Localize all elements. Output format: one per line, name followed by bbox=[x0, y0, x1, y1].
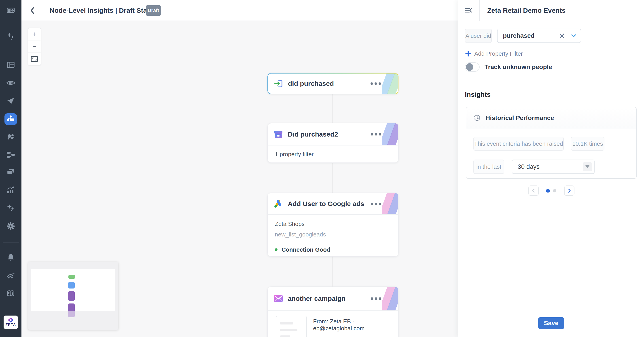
node-another-campaign[interactable]: another campaign From: Zeta EB - eb@zeta… bbox=[268, 287, 398, 337]
svg-text:A: A bbox=[9, 292, 10, 294]
signal-icon[interactable] bbox=[6, 271, 15, 280]
analytics-icon[interactable] bbox=[6, 186, 15, 195]
event-select[interactable]: purchased bbox=[497, 29, 581, 43]
connection-status-dot bbox=[275, 248, 278, 251]
add-property-filter-label: Add Property Filter bbox=[474, 50, 523, 57]
insights-prev-button[interactable] bbox=[528, 185, 539, 196]
canvas-zoom-controls: + − bbox=[28, 28, 41, 65]
triangle-down-icon bbox=[586, 165, 590, 168]
clear-event-icon[interactable] bbox=[558, 31, 566, 40]
page-dot-active bbox=[546, 189, 550, 193]
back-button[interactable] bbox=[28, 6, 37, 15]
zeta-logo-text: ZETA bbox=[5, 323, 16, 327]
plus-icon bbox=[465, 51, 471, 56]
node-audience-name: Zeta Shops bbox=[275, 221, 391, 228]
node-decor-stripes bbox=[382, 193, 398, 214]
journey-canvas[interactable]: + − did purchased bbox=[22, 21, 458, 337]
panel-collapse-icon[interactable] bbox=[6, 6, 15, 15]
sidebar-divider bbox=[3, 242, 19, 243]
historical-card-header: Historical Performance bbox=[466, 107, 636, 129]
save-button[interactable]: Save bbox=[538, 317, 564, 329]
gear-icon[interactable] bbox=[6, 222, 15, 231]
sparkles-icon[interactable] bbox=[6, 204, 15, 213]
zoom-out-button[interactable]: − bbox=[28, 40, 41, 53]
toggle-knob bbox=[466, 63, 474, 71]
historical-card-title: Historical Performance bbox=[486, 114, 554, 122]
audience-icon[interactable] bbox=[6, 132, 15, 141]
connection-status-label: Connection Good bbox=[282, 246, 330, 253]
node-add-user-google-ads[interactable]: Add User to Google ads Zeta Shops new_li… bbox=[268, 193, 398, 257]
event-select-value: purchased bbox=[503, 32, 558, 39]
insights-next-button[interactable] bbox=[564, 185, 574, 196]
chevron-left-icon bbox=[531, 188, 536, 193]
page-title: Node-Level Insights | Draft State bbox=[50, 0, 153, 21]
package-icon bbox=[274, 129, 283, 139]
node-title: did purchased bbox=[288, 80, 334, 87]
track-unknown-label: Track unknown people bbox=[484, 63, 552, 71]
enter-event-icon bbox=[274, 79, 284, 88]
chevron-down-icon[interactable] bbox=[570, 32, 578, 40]
node-menu-button[interactable] bbox=[369, 82, 381, 85]
email-preview-thumbnail bbox=[276, 316, 307, 337]
email-from-line: From: Zeta EB - eb@zetaglobal.com bbox=[313, 318, 391, 332]
track-unknown-toggle[interactable] bbox=[465, 62, 480, 72]
node-menu-button[interactable] bbox=[369, 202, 381, 205]
canvas-minimap[interactable] bbox=[28, 262, 118, 330]
minimap-node bbox=[68, 275, 75, 279]
app-screen: A ZETA Node-Level Insights | Draft State… bbox=[0, 0, 644, 337]
fit-view-button[interactable] bbox=[28, 53, 41, 65]
paper-plane-icon[interactable] bbox=[6, 96, 15, 105]
node-did-purchased2[interactable]: Did purchased2 1 property filter bbox=[268, 123, 398, 163]
email-campaign-icon bbox=[274, 294, 283, 304]
node-menu-button[interactable] bbox=[369, 298, 381, 300]
edge-connector bbox=[332, 257, 333, 287]
stacked-cards-icon[interactable] bbox=[6, 168, 15, 177]
filter-prefix-chip: A user did bbox=[465, 29, 492, 43]
target-icon[interactable] bbox=[6, 78, 15, 87]
bell-icon[interactable] bbox=[6, 253, 15, 262]
zeta-logo[interactable]: ZETA bbox=[4, 316, 18, 329]
minimap-node bbox=[68, 282, 75, 289]
top-bar: Node-Level Insights | Draft State Draft bbox=[22, 0, 458, 21]
window-prefix-chip: in the last bbox=[474, 160, 504, 174]
flow-split-icon[interactable] bbox=[6, 150, 15, 159]
node-decor-stripes bbox=[382, 287, 398, 311]
event-settings-panel: Zeta Retail Demo Events A user did purch… bbox=[458, 0, 644, 337]
sidebar-divider bbox=[3, 48, 19, 48]
draft-status-badge: Draft bbox=[146, 5, 161, 16]
node-menu-button[interactable] bbox=[369, 133, 381, 135]
collapse-panel-icon[interactable] bbox=[464, 6, 474, 15]
fit-view-icon bbox=[31, 56, 38, 62]
node-decor-stripes bbox=[382, 123, 398, 145]
add-property-filter-link[interactable]: Add Property Filter bbox=[465, 49, 523, 58]
history-icon bbox=[473, 114, 482, 122]
time-window-select[interactable]: 30 days bbox=[512, 160, 594, 174]
minimap-node bbox=[68, 304, 75, 317]
chevron-right-icon bbox=[567, 188, 572, 193]
page-dot bbox=[553, 189, 556, 192]
node-decor-stripes bbox=[382, 73, 398, 94]
minimap-node bbox=[68, 291, 75, 301]
node-title: another campaign bbox=[288, 295, 346, 302]
zoom-in-button[interactable]: + bbox=[28, 28, 41, 40]
historical-performance-card: Historical Performance This event criter… bbox=[466, 107, 636, 179]
node-property-filter-summary: 1 property filter bbox=[275, 145, 391, 163]
node-did-purchased[interactable]: did purchased bbox=[268, 73, 398, 94]
insights-heading: Insights bbox=[465, 91, 490, 98]
panel-footer: Save bbox=[458, 308, 644, 337]
edge-connector bbox=[332, 163, 333, 193]
node-title: Did purchased2 bbox=[288, 130, 338, 138]
layout-icon[interactable] bbox=[6, 60, 15, 69]
edge-connector bbox=[332, 94, 333, 123]
section-divider bbox=[465, 85, 644, 85]
raised-criteria-chip: This event criteria has been raised bbox=[474, 137, 564, 151]
header-divider bbox=[480, 0, 480, 21]
sparkles-icon[interactable] bbox=[6, 32, 15, 41]
book-icon[interactable]: A bbox=[6, 289, 15, 298]
panel-title: Zeta Retail Demo Events bbox=[487, 0, 566, 21]
dropdown-arrow-button[interactable] bbox=[583, 162, 592, 171]
journey-icon[interactable] bbox=[6, 115, 15, 124]
node-list-name: new_list_googleads bbox=[275, 231, 391, 238]
raised-count-chip: 10.1K times bbox=[571, 137, 604, 151]
main-sidebar: A ZETA bbox=[0, 0, 22, 337]
